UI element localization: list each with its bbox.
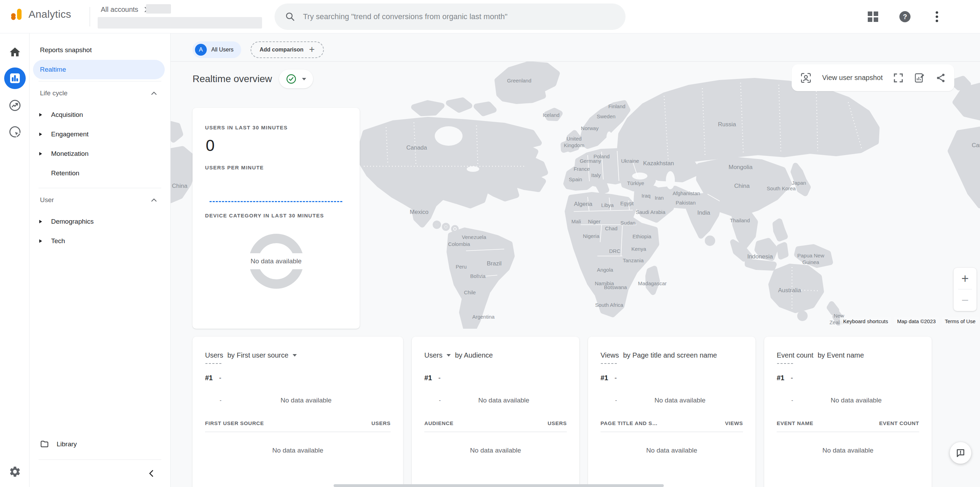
map-zoom-out-button[interactable]: −	[961, 289, 969, 311]
table-no-data-label: No data available	[600, 447, 743, 454]
expand-arrow-icon[interactable]	[39, 113, 42, 117]
top-rank-row: #1-	[205, 374, 391, 382]
map-country-label: Egypt	[620, 200, 633, 207]
sidebar-item-demographics[interactable]: Demographics	[30, 212, 170, 232]
rank-badge: #1	[424, 374, 432, 382]
map-country-label: Bolivia	[470, 273, 485, 280]
caret-down-icon[interactable]	[447, 354, 451, 356]
tech-label: Tech	[51, 237, 65, 245]
map-country-label: Indonesia	[747, 253, 773, 260]
gmp-apps-icon[interactable]	[865, 8, 881, 25]
rank-value: -	[219, 374, 221, 382]
sidebar-item-retention[interactable]: Retention	[30, 163, 170, 183]
app-bar: Analytics All accounts ?	[0, 0, 980, 34]
map-attribution: Keyboard shortcuts Map data ©2023 Terms …	[837, 317, 978, 325]
rank-badge: #1	[600, 374, 608, 382]
nav-section-user[interactable]: User	[30, 188, 170, 212]
report-status-dropdown[interactable]	[279, 70, 313, 88]
card-metric-label[interactable]: Users	[205, 351, 223, 359]
view-user-snapshot-label[interactable]: View user snapshot	[822, 74, 883, 82]
map-country-label: Thailand	[730, 217, 750, 224]
fullscreen-icon[interactable]	[893, 73, 904, 83]
map-country-label: France	[574, 166, 590, 172]
sidebar-item-acquisition[interactable]: Acquisition	[30, 105, 170, 125]
collapse-nav-button[interactable]	[30, 460, 170, 487]
map-country-label: Afghanistan	[673, 190, 700, 197]
map-zoom-in-button[interactable]: +	[961, 268, 969, 289]
keyboard-shortcuts-link[interactable]: Keyboard shortcuts	[840, 317, 891, 325]
search-bar[interactable]	[275, 3, 625, 30]
map-country-label: Russia	[718, 121, 736, 128]
table-header-row: EVENT NAMEEVENT COUNT	[777, 420, 919, 426]
map-country-label: Libya	[601, 202, 614, 209]
sidebar-item-realtime-active[interactable]: Realtime	[33, 60, 165, 79]
customize-report-icon[interactable]	[914, 72, 925, 83]
help-icon[interactable]: ?	[897, 8, 913, 25]
property-selector-redacted[interactable]	[98, 17, 262, 29]
table-no-data-label: No data available	[777, 447, 919, 454]
expand-arrow-icon[interactable]	[39, 240, 42, 243]
map-country-label: Chile	[464, 289, 476, 296]
share-icon[interactable]	[935, 73, 946, 83]
caret-down-icon[interactable]	[293, 354, 297, 356]
no-data-label: No data available	[478, 396, 529, 404]
sidebar-item-engagement[interactable]: Engagement	[30, 125, 170, 144]
analytics-logo-icon[interactable]	[8, 6, 24, 22]
rank-value: -	[791, 374, 793, 382]
product-name[interactable]: Analytics	[29, 8, 71, 20]
sidebar-item-library[interactable]: Library	[30, 434, 170, 454]
map-country-label: Algeria	[574, 200, 592, 208]
device-category-donut: No data available	[249, 234, 304, 289]
demographics-label: Demographics	[51, 218, 94, 225]
card-metric-label[interactable]: Users	[424, 351, 442, 359]
feedback-button[interactable]	[950, 442, 971, 464]
acquisition-label: Acquisition	[51, 111, 83, 119]
expand-arrow-icon[interactable]	[39, 220, 42, 224]
user-snapshot-icon[interactable]	[800, 72, 812, 84]
add-comparison-button[interactable]: Add comparison +	[251, 42, 324, 58]
nav-section-life-cycle[interactable]: Life cycle	[30, 81, 170, 105]
breadcrumb-all-accounts[interactable]: All accounts	[101, 6, 138, 14]
search-input[interactable]	[303, 12, 615, 21]
expand-arrow-icon[interactable]	[39, 133, 42, 136]
terms-of-use-link[interactable]: Terms of Use	[942, 317, 978, 325]
card-title[interactable]: Usersby Audience	[424, 351, 567, 359]
map-country-label: India	[697, 209, 710, 216]
map-country-label: Iran	[655, 195, 664, 201]
card-title[interactable]: Event countby Event name	[777, 351, 919, 359]
horizontal-scrollbar-thumb[interactable]	[334, 484, 664, 487]
reports-icon[interactable]	[0, 67, 30, 89]
home-icon[interactable]	[0, 46, 30, 58]
map-country-label: DRC	[609, 248, 620, 255]
map-country-label: Kazakhstan	[643, 160, 674, 167]
expand-arrow-icon[interactable]	[39, 152, 42, 155]
realtime-summary-card: USERS IN LAST 30 MINUTES 0 USERS PER MIN…	[192, 108, 360, 329]
map-country-label: South Africa	[595, 302, 624, 308]
all-users-comparison-chip[interactable]: A All Users	[192, 42, 241, 58]
breadcrumb[interactable]: All accounts	[101, 6, 147, 14]
map-country-label: Türkiye	[627, 180, 644, 187]
plus-icon: +	[309, 45, 315, 54]
card-title[interactable]: Usersby First user source	[205, 351, 391, 359]
account-name-redacted[interactable]	[146, 4, 171, 14]
map-country-label: Kenya	[632, 246, 646, 252]
map-country-label: Mali	[571, 219, 581, 225]
no-data-label: No data available	[830, 396, 881, 404]
all-users-label: All Users	[211, 46, 234, 53]
sidebar-item-reports-snapshot[interactable]: Reports snapshot	[30, 40, 170, 60]
card-title[interactable]: Viewsby Page title and screen name	[600, 351, 743, 359]
admin-gear-icon[interactable]	[0, 465, 30, 478]
more-vert-icon[interactable]	[929, 8, 945, 25]
explore-icon[interactable]	[0, 99, 30, 112]
card-metric-label[interactable]: Event count	[777, 351, 813, 359]
map-country-label: Madagascar	[638, 280, 667, 287]
card-metric-label[interactable]: Views	[600, 351, 619, 359]
search-icon	[285, 11, 295, 22]
sidebar-item-tech[interactable]: Tech	[30, 232, 170, 251]
map-country-label: Nigeria	[583, 233, 600, 240]
map-country-label: Tanzania	[623, 257, 644, 264]
advertising-icon[interactable]	[0, 125, 30, 139]
sidebar-item-monetization[interactable]: Monetization	[30, 144, 170, 163]
metric-column-header: USERS	[548, 420, 567, 426]
map-zoom-control: + −	[954, 268, 977, 311]
